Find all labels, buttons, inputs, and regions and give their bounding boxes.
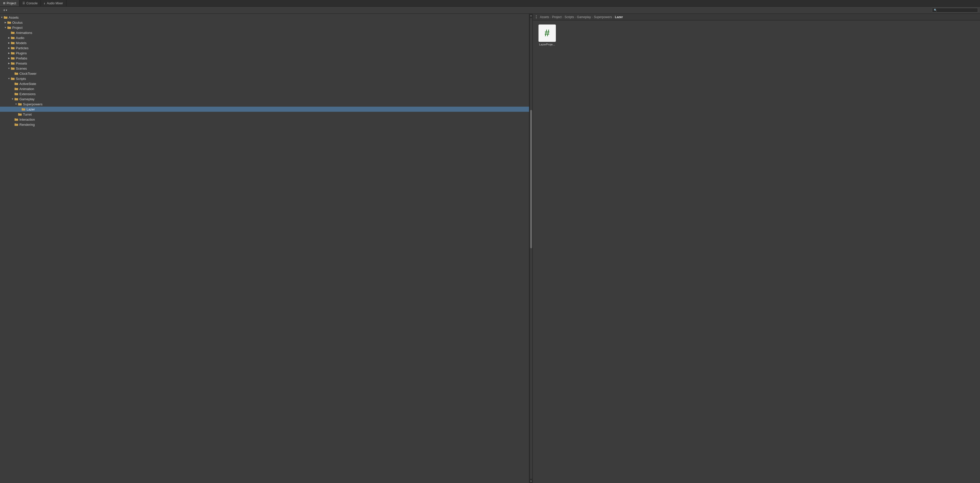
tree-item-extensions[interactable]: Extensions xyxy=(0,91,529,97)
tree-arrow-models[interactable]: ▶ xyxy=(7,41,11,44)
tree-arrow-assets[interactable]: ▼ xyxy=(0,16,3,19)
tree-item-activestate[interactable]: ActiveState xyxy=(0,81,529,86)
tree-item-audio[interactable]: ▶ Audio xyxy=(0,35,529,40)
breadcrumb: ▲ ▼ Assets›Project›Scripts›Gameplay›Supe… xyxy=(533,14,980,21)
tab-audio-mixer-label: Audio Mixer xyxy=(47,2,63,5)
tree-item-gameplay[interactable]: ▼ Gameplay xyxy=(0,97,529,102)
folder-icon-animation xyxy=(14,87,18,91)
tree-item-animations[interactable]: Animations xyxy=(0,30,529,35)
tree-arrow-activestate xyxy=(11,82,14,86)
tree-label-extensions: Extensions xyxy=(19,92,36,96)
left-panel: ▼ Assets▶ Oculus▼ Project Animations▶ Au… xyxy=(0,14,529,483)
tree-arrow-project[interactable]: ▼ xyxy=(3,26,7,29)
folder-icon-rendering xyxy=(14,123,18,126)
folder-icon-animations xyxy=(11,31,15,35)
tree-item-prefabs[interactable]: ▶ Prefabs xyxy=(0,56,529,61)
folder-icon-lazer xyxy=(21,107,25,111)
file-item-lazerproject[interactable]: #LazerProje... xyxy=(537,24,557,46)
tree-label-superpowers: Superpowers xyxy=(23,102,43,106)
tab-console[interactable]: ☰ Console xyxy=(19,0,41,6)
scroll-thumb[interactable] xyxy=(530,110,532,248)
tree-label-lazer: Lazer xyxy=(27,107,35,111)
tree-arrow-lazer xyxy=(18,107,21,111)
tree-label-scenes: Scenes xyxy=(16,67,27,70)
tree-label-oculus: Oculus xyxy=(12,21,22,24)
breadcrumb-down-arrow: ▼ xyxy=(535,17,538,19)
file-label-lazerproject: LazerProje... xyxy=(539,43,555,46)
add-icon: + xyxy=(3,8,5,13)
breadcrumb-item-gameplay[interactable]: Gameplay xyxy=(577,15,591,19)
breadcrumb-item-project[interactable]: Project xyxy=(552,15,562,19)
tree-label-project: Project xyxy=(12,26,22,30)
tab-console-label: Console xyxy=(26,2,38,5)
tab-project[interactable]: ⊞ Project xyxy=(0,0,19,6)
file-grid: #LazerProje... xyxy=(533,21,980,483)
tree-arrow-scripts[interactable]: ▼ xyxy=(7,77,11,80)
tree-item-rendering[interactable]: Rendering xyxy=(0,122,529,127)
tree-arrow-presets[interactable]: ▶ xyxy=(7,62,11,65)
audio-mixer-tab-icon: ⫾ xyxy=(44,2,45,5)
tree-item-scripts[interactable]: ▼ Scripts xyxy=(0,76,529,81)
tree-arrow-prefabs[interactable]: ▶ xyxy=(7,56,11,60)
tree-arrow-gameplay[interactable]: ▼ xyxy=(11,97,14,101)
search-bar[interactable]: 🔍 xyxy=(932,8,978,13)
tree-item-particles[interactable]: ▶ Particles xyxy=(0,45,529,51)
console-tab-icon: ☰ xyxy=(22,2,25,5)
tab-bar: ⊞ Project ☰ Console ⫾ Audio Mixer xyxy=(0,0,980,6)
breadcrumb-item-lazer[interactable]: Lazer xyxy=(615,15,623,19)
folder-icon-particles xyxy=(11,46,15,50)
breadcrumb-item-superpowers[interactable]: Superpowers xyxy=(594,15,612,19)
tree-item-interaction[interactable]: Interaction xyxy=(0,117,529,122)
tree-item-models[interactable]: ▶ Models xyxy=(0,40,529,45)
scroll-up-arrow[interactable]: ▲ xyxy=(529,14,533,17)
tree-item-assets[interactable]: ▼ Assets xyxy=(0,15,529,20)
tree-arrow-interaction xyxy=(11,118,14,121)
tree-arrow-superpowers[interactable]: ▼ xyxy=(14,102,18,106)
tree-arrow-scenes[interactable]: ▼ xyxy=(7,67,11,70)
tree-item-clocktower[interactable]: ClockTower xyxy=(0,71,529,76)
folder-icon-scripts xyxy=(11,77,15,80)
tree-item-animation[interactable]: Animation xyxy=(0,86,529,91)
tree-label-prefabs: Prefabs xyxy=(16,56,27,60)
tree-arrow-oculus[interactable]: ▶ xyxy=(3,21,7,24)
search-input[interactable] xyxy=(938,9,976,12)
add-button[interactable]: + ▾ xyxy=(2,7,8,13)
folder-icon-superpowers xyxy=(18,102,22,106)
tree-arrow-animation xyxy=(11,87,14,91)
tree-arrow-audio[interactable]: ▶ xyxy=(7,36,11,40)
project-tab-icon: ⊞ xyxy=(3,2,5,5)
tree-arrow-clocktower xyxy=(11,72,14,75)
tree-arrow-rendering xyxy=(11,123,14,126)
tree-item-project[interactable]: ▼ Project xyxy=(0,25,529,30)
tree-arrow-particles[interactable]: ▶ xyxy=(7,46,11,50)
tree-item-lazer[interactable]: Lazer xyxy=(0,106,529,112)
breadcrumb-item-scripts[interactable]: Scripts xyxy=(565,15,574,19)
folder-icon-presets xyxy=(11,62,15,65)
breadcrumb-sep: › xyxy=(563,16,564,19)
script-hash-icon: # xyxy=(545,28,550,38)
tree-label-animation: Animation xyxy=(19,87,34,91)
tree-arrow-plugins[interactable]: ▶ xyxy=(7,51,11,55)
folder-icon-models xyxy=(11,41,15,44)
search-icon: 🔍 xyxy=(934,9,937,11)
tree-label-turret: Turret xyxy=(23,113,32,116)
tree-item-scenes[interactable]: ▼ Scenes xyxy=(0,66,529,71)
breadcrumb-sep: › xyxy=(613,16,614,19)
tree-item-plugins[interactable]: ▶ Plugins xyxy=(0,51,529,56)
tree-item-turret[interactable]: Turret xyxy=(0,112,529,117)
right-panel: ▲ ▼ Assets›Project›Scripts›Gameplay›Supe… xyxy=(533,14,980,483)
folder-icon-gameplay xyxy=(14,97,18,101)
scroll-down-arrow[interactable]: ▼ xyxy=(529,480,533,483)
tab-audio-mixer[interactable]: ⫾ Audio Mixer xyxy=(41,0,66,6)
tree-label-activestate: ActiveState xyxy=(19,82,36,86)
folder-icon-plugins xyxy=(11,51,15,55)
tree-item-oculus[interactable]: ▶ Oculus xyxy=(0,20,529,25)
tree-item-superpowers[interactable]: ▼ Superpowers xyxy=(0,102,529,106)
tree-label-models: Models xyxy=(16,41,27,45)
tree-container[interactable]: ▼ Assets▶ Oculus▼ Project Animations▶ Au… xyxy=(0,14,529,483)
folder-icon-extensions xyxy=(14,92,18,96)
tree-item-presets[interactable]: ▶ Presets xyxy=(0,61,529,66)
tree-label-interaction: Interaction xyxy=(19,118,35,121)
scroll-track[interactable] xyxy=(530,18,532,479)
breadcrumb-item-assets[interactable]: Assets xyxy=(540,15,549,19)
